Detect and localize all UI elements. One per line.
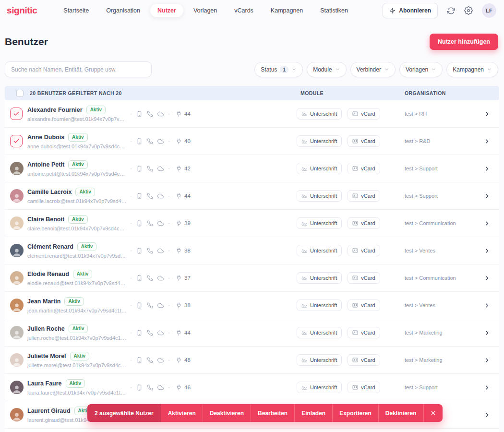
nav-item-startseite[interactable]: Startseite (56, 4, 96, 17)
status-badge: Aktiv (86, 106, 106, 114)
export-button[interactable]: Exportieren (332, 404, 378, 422)
module-badge-signature: Unterschrift (297, 354, 342, 366)
sync-icon[interactable] (447, 7, 455, 15)
user-info: Laura Faure Aktiv laura.faure@test.01k94… (27, 379, 130, 396)
dot-separator: · (130, 357, 132, 363)
nav-item-vcards[interactable]: vCards (227, 4, 261, 17)
mobile-phone-icon (136, 302, 143, 309)
connector-count: 44 (176, 193, 191, 199)
row-chevron-right-icon[interactable] (474, 329, 499, 336)
row-chevron-right-icon[interactable] (474, 110, 499, 118)
cloud-icon (157, 302, 164, 309)
mobile-phone-icon (136, 193, 143, 199)
signitic-logo[interactable]: signitic (7, 5, 37, 16)
edit-button[interactable]: Bearbeiten (251, 404, 294, 422)
select-all-checkbox[interactable] (16, 90, 24, 97)
decline-button[interactable]: Deklinieren (378, 404, 423, 422)
row-chevron-right-icon[interactable] (474, 165, 499, 172)
signature-icon (301, 220, 307, 226)
user-row[interactable]: Clément Renard Aktiv clément.renard@test… (5, 237, 499, 264)
filter-status[interactable]: Status 1 (254, 62, 303, 77)
row-checkbox[interactable] (10, 135, 23, 147)
organisation-path: test > Marketing (400, 357, 474, 363)
module-badge-vcard: vCard (348, 272, 380, 284)
filter-vorlagen[interactable]: Vorlagen (399, 62, 443, 77)
row-chevron-right-icon[interactable] (474, 411, 499, 419)
row-chevron-right-icon[interactable] (474, 220, 499, 227)
add-user-button[interactable]: Nutzer hinzufügen (430, 34, 498, 50)
phone-icon (147, 193, 153, 199)
deactivate-button[interactable]: Deaktivieren (203, 404, 251, 422)
nav-item-vorlagen[interactable]: Vorlagen (186, 4, 224, 17)
row-chevron-right-icon[interactable] (474, 138, 499, 145)
invite-button[interactable]: Einladen (294, 404, 332, 422)
chevron-down-icon (487, 67, 492, 72)
user-name: Julien Roche (27, 325, 65, 332)
search-input[interactable] (5, 61, 152, 77)
user-row[interactable]: Julien Roche Aktiv julien.roche@test.01k… (5, 319, 499, 347)
connector-count: 39 (176, 220, 191, 227)
cloud-icon (157, 220, 164, 227)
row-chevron-right-icon[interactable] (474, 247, 499, 254)
nav-item-kampagnen[interactable]: Kampagnen (264, 4, 310, 17)
dot-separator: · (168, 302, 170, 308)
row-chevron-right-icon[interactable] (474, 275, 499, 282)
user-email: anne.dubois@test.01k94x7v0p7v9sd4c1tyq..… (27, 144, 127, 149)
user-channel-icons: · · 46 (130, 384, 206, 391)
module-cell: Unterschrift vCard (292, 190, 400, 202)
phone-icon (147, 220, 153, 227)
row-checkbox[interactable] (10, 108, 23, 120)
user-email: elodie.renaud@test.01k94x7v0p7v9sd4c1ty.… (27, 280, 127, 286)
nav-item-statistiken[interactable]: Statistiken (313, 4, 355, 17)
nav-item-organisation[interactable]: Organisation (99, 4, 147, 17)
user-name: Anne Dubois (27, 134, 64, 141)
row-chevron-right-icon[interactable] (474, 357, 499, 364)
phone-icon (147, 138, 153, 144)
close-icon[interactable] (423, 404, 443, 422)
row-chevron-right-icon[interactable] (474, 384, 499, 391)
user-table: 20 BENUTZER GEFILTERT NACH 20 MODULE ORG… (5, 86, 499, 432)
row-chevron-right-icon[interactable] (474, 192, 499, 200)
row-chevron-right-icon[interactable] (474, 302, 499, 309)
user-row[interactable]: Juliette Morel Aktiv juliette.morel@test… (5, 347, 499, 374)
cloud-icon (157, 384, 164, 391)
connector-count-value: 46 (184, 384, 191, 390)
dot-separator: · (130, 111, 132, 117)
user-name: Laura Faure (27, 380, 62, 387)
user-channel-icons: · · 44 (130, 330, 206, 336)
user-email: julien.roche@test.01k94x7v0p7v9sd4c1tyq.… (27, 335, 127, 341)
gear-icon[interactable] (464, 6, 473, 15)
user-row[interactable]: Jean Martin Aktiv jean.martin@test.01k94… (5, 292, 499, 319)
user-row[interactable]: Elodie Renaud Aktiv elodie.renaud@test.0… (5, 264, 499, 292)
signature-icon (301, 384, 307, 390)
user-row[interactable]: Antoine Petit Aktiv antoine.petit@test.0… (5, 155, 499, 182)
user-channel-icons: · · 44 (130, 111, 206, 117)
user-email: antoine.petit@test.01k94x7v0p7v9sd4c1ty.… (27, 171, 127, 177)
filter-module[interactable]: Module (307, 62, 346, 77)
user-email: clément.renard@test.01k94x7v0p7v9sd4c1..… (27, 253, 127, 259)
user-row[interactable]: Alexandre Fournier Aktiv alexandre.fourn… (5, 100, 499, 128)
table-header-row: 20 BENUTZER GEFILTERT NACH 20 MODULE ORG… (5, 86, 499, 100)
lightning-icon (389, 8, 396, 14)
mobile-phone-icon (136, 384, 143, 391)
chevron-down-icon (431, 67, 436, 72)
vcard-icon (352, 138, 358, 144)
user-name: Alexandre Fournier (27, 107, 83, 113)
activate-button[interactable]: Aktivieren (161, 404, 203, 422)
filter-verbinder[interactable]: Verbinder (350, 62, 396, 77)
connector-icon (176, 248, 182, 254)
subscribe-button[interactable]: Abonnieren (383, 3, 438, 18)
filter-kampagnen[interactable]: Kampagnen (446, 62, 498, 77)
connector-count: 44 (176, 330, 191, 336)
user-row[interactable]: Laura Faure Aktiv laura.faure@test.01k94… (5, 374, 499, 401)
nav-item-nutzer[interactable]: Nutzer (150, 4, 183, 17)
profile-avatar[interactable]: LF (482, 3, 496, 18)
user-row[interactable]: Claire Benoit Aktiv claire.benoit@test.0… (5, 210, 499, 237)
module-badge-vcard: vCard (348, 327, 380, 338)
mobile-phone-icon (136, 357, 143, 363)
vcard-icon (352, 384, 358, 390)
user-row[interactable]: Camille Lacroix Aktiv camille.lacroix@te… (5, 182, 499, 210)
dot-separator: · (130, 248, 132, 253)
mobile-phone-icon (136, 138, 143, 144)
user-row[interactable]: Anne Dubois Aktiv anne.dubois@test.01k94… (5, 128, 499, 155)
